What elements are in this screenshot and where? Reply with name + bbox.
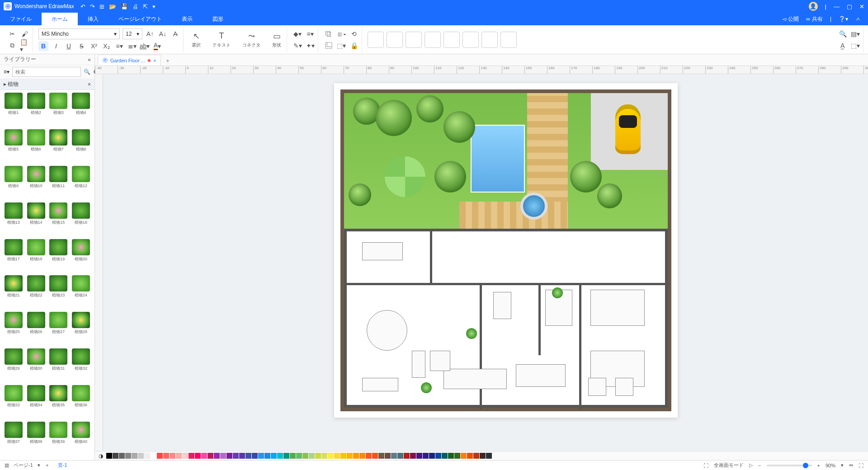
color-swatch[interactable] — [334, 453, 340, 459]
color-swatch[interactable] — [454, 453, 460, 459]
page[interactable] — [334, 83, 678, 418]
floor-plan[interactable] — [340, 89, 671, 411]
tab-file[interactable]: ファイル — [0, 13, 42, 25]
fit-width-icon[interactable]: ⇔ — [849, 462, 853, 468]
garden-path[interactable] — [459, 202, 568, 229]
style-preset[interactable] — [368, 32, 384, 48]
library-item[interactable]: 植物20 — [70, 239, 92, 275]
color-swatch[interactable] — [315, 453, 321, 459]
color-swatch[interactable] — [366, 453, 372, 459]
new-icon[interactable]: ⊞ — [99, 3, 104, 10]
presentation-icon[interactable]: ▷ — [749, 462, 753, 468]
color-swatch[interactable] — [480, 453, 486, 459]
color-swatch[interactable] — [429, 453, 435, 459]
color-swatch[interactable] — [442, 453, 448, 459]
color-swatch[interactable] — [448, 453, 454, 459]
tree-shape[interactable] — [597, 183, 622, 208]
library-item[interactable]: 植物25 — [3, 312, 24, 348]
fullscreen-icon[interactable]: ⛶ — [859, 463, 863, 468]
paste-icon[interactable]: 📋▾ — [20, 41, 30, 51]
color-swatch[interactable] — [340, 453, 346, 459]
library-item[interactable]: 植物38 — [25, 422, 47, 457]
color-swatch[interactable] — [302, 453, 308, 459]
library-item[interactable]: 植物34 — [25, 385, 47, 421]
style-preset[interactable] — [462, 32, 479, 48]
color-swatch[interactable] — [359, 453, 365, 459]
shape-tool[interactable]: ▭形状 — [269, 31, 284, 48]
print-icon[interactable]: 🖨 — [132, 3, 138, 10]
style-preset[interactable] — [425, 32, 441, 48]
color-swatch[interactable] — [391, 453, 397, 459]
font-panel-icon[interactable]: A̲ — [838, 41, 848, 51]
color-swatch[interactable] — [170, 453, 175, 459]
color-swatch[interactable] — [233, 453, 239, 459]
color-swatch[interactable] — [290, 453, 296, 459]
tree-shape[interactable] — [416, 95, 443, 122]
close-tab-icon[interactable]: × — [153, 58, 156, 63]
color-swatch[interactable] — [461, 453, 467, 459]
tab-page-layout[interactable]: ページレイアウト — [108, 13, 172, 25]
tree-shape[interactable] — [434, 161, 466, 193]
zoom-slider[interactable] — [767, 465, 812, 466]
subscript-button[interactable]: X₂ — [102, 41, 112, 51]
library-item[interactable]: 植物21 — [3, 275, 24, 311]
group-icon[interactable]: ⿻ — [324, 29, 334, 39]
close-category-icon[interactable]: × — [88, 81, 91, 88]
canvas[interactable] — [103, 74, 868, 451]
color-swatch[interactable] — [176, 453, 182, 459]
color-swatch[interactable] — [119, 453, 125, 459]
round-bed-shape[interactable] — [367, 310, 407, 351]
chair-shape[interactable] — [588, 378, 606, 396]
zoom-out-button[interactable]: − — [758, 463, 761, 468]
desk-shape[interactable] — [362, 242, 403, 260]
color-swatch[interactable] — [226, 453, 232, 459]
color-swatch[interactable] — [214, 453, 220, 459]
wall[interactable] — [430, 229, 432, 283]
color-swatch[interactable] — [404, 453, 410, 459]
pond-shape[interactable] — [520, 193, 547, 220]
collapse-ribbon-icon[interactable]: ㅅ — [855, 15, 861, 23]
format-painter-icon[interactable]: 🖌 — [20, 29, 30, 39]
tree-shape[interactable] — [376, 100, 412, 136]
color-swatch[interactable] — [245, 453, 251, 459]
chaise-shape[interactable] — [516, 364, 566, 387]
plant-shape[interactable] — [421, 382, 432, 393]
font-name-combo[interactable]: MS Mincho▾ — [38, 28, 120, 39]
style-preset[interactable] — [500, 32, 517, 48]
help-icon[interactable]: ❔▾ — [839, 16, 848, 22]
wall[interactable] — [480, 283, 482, 409]
chair-shape[interactable] — [615, 378, 633, 396]
library-item[interactable]: 植物30 — [25, 348, 47, 384]
new-tab-button[interactable]: ＋ — [163, 56, 173, 66]
wall[interactable] — [665, 229, 668, 408]
cabinet-shape[interactable] — [362, 378, 398, 391]
style-preset[interactable] — [443, 32, 460, 48]
wall[interactable] — [344, 405, 668, 408]
distribute-icon[interactable]: ⬚▾ — [336, 41, 346, 51]
library-item[interactable]: 植物15 — [48, 202, 70, 238]
library-item[interactable]: 植物8 — [70, 129, 92, 165]
close-button[interactable]: ✕ — [859, 3, 864, 10]
library-item[interactable]: 植物18 — [25, 239, 47, 275]
color-swatch[interactable] — [423, 453, 429, 459]
color-swatch[interactable] — [264, 453, 270, 459]
maximize-button[interactable]: ▢ — [847, 3, 852, 10]
color-swatch[interactable] — [309, 453, 315, 459]
library-item[interactable]: 植物9 — [3, 166, 24, 202]
style-preset[interactable] — [481, 32, 498, 48]
text-tool[interactable]: Tテキスト — [210, 31, 233, 48]
plant-shape[interactable] — [466, 328, 477, 339]
color-swatch[interactable] — [372, 453, 378, 459]
color-swatch[interactable] — [157, 453, 163, 459]
redo-icon[interactable]: ↷ — [90, 3, 95, 10]
library-item[interactable]: 植物31 — [48, 348, 70, 384]
minimize-button[interactable]: — — [834, 3, 840, 10]
find-icon[interactable]: 🔍 — [838, 29, 848, 39]
selection-pane-icon[interactable]: ⬚▾ — [850, 41, 860, 51]
color-swatch[interactable] — [347, 453, 353, 459]
user-avatar[interactable]: 👤 — [809, 2, 818, 11]
color-swatch[interactable] — [208, 453, 213, 459]
bullets-icon[interactable]: ≣▾ — [127, 41, 137, 51]
color-swatch[interactable] — [416, 453, 422, 459]
library-menu-icon[interactable]: ≡▾ — [4, 69, 9, 75]
